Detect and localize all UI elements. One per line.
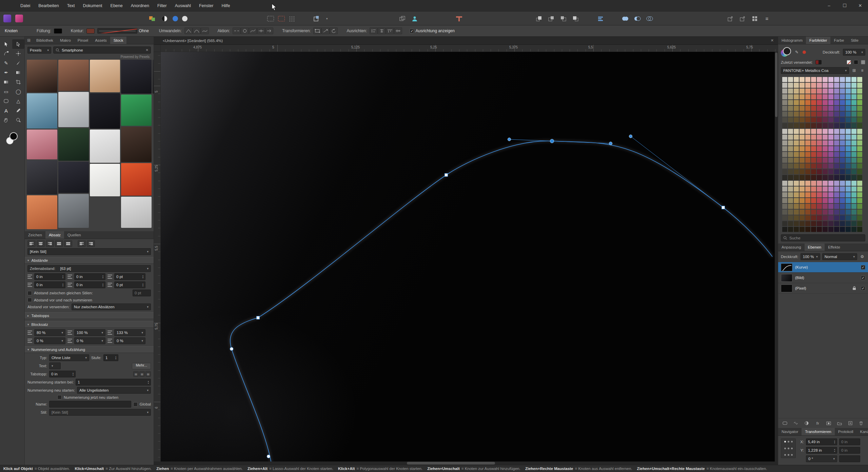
stock-provider-select[interactable]: Pexels▾ [27, 47, 51, 54]
swatch-cell[interactable] [782, 221, 787, 226]
swatch-cell[interactable] [817, 100, 822, 105]
swatch-cell[interactable] [800, 227, 805, 232]
menu-text[interactable]: Text [63, 0, 79, 12]
swatch-cell[interactable] [840, 210, 845, 215]
gray-swatch[interactable] [861, 60, 865, 64]
swatch-cell[interactable] [788, 158, 793, 163]
swatch-cell[interactable] [823, 163, 828, 169]
align-center-button[interactable] [37, 240, 45, 247]
designer-persona-icon[interactable] [3, 15, 11, 22]
swatch-cell[interactable] [794, 106, 799, 111]
swatch-cell[interactable] [851, 175, 856, 180]
section-abstaende[interactable]: ▾Abstände [25, 257, 154, 264]
swatch-cell[interactable] [846, 123, 851, 128]
rotation-select[interactable]: 0 °▾ [806, 455, 837, 462]
swatch-cell[interactable] [828, 158, 833, 163]
swatch-cell[interactable] [794, 140, 799, 145]
auto-contrast-icon[interactable] [160, 15, 169, 23]
stock-photo-thumbnail[interactable] [90, 130, 120, 163]
stroke-style-preview[interactable] [97, 28, 137, 34]
swatch-cell[interactable] [811, 83, 816, 88]
word-spacing-max-select[interactable]: 133 %▾ [114, 329, 145, 336]
numbering-name-field[interactable] [49, 401, 131, 408]
swatch-cell[interactable] [857, 192, 862, 197]
transform-scale-icon[interactable] [321, 27, 330, 34]
text-tool[interactable]: A [0, 106, 12, 115]
swatch-cell[interactable] [828, 215, 833, 220]
grid-view-icon[interactable] [751, 15, 759, 23]
swatch-cell[interactable] [857, 186, 862, 192]
swatch-cell[interactable] [834, 135, 839, 140]
numbering-text-select[interactable]: ▾ [49, 362, 61, 369]
zoom-tool[interactable] [12, 115, 24, 125]
align-top-n-icon[interactable] [386, 27, 394, 34]
move-forward-icon[interactable] [547, 15, 555, 23]
swatch-cell[interactable] [840, 152, 845, 157]
swatch-cell[interactable] [788, 163, 793, 169]
swatch-cell[interactable] [857, 221, 862, 226]
swatch-cell[interactable] [846, 198, 851, 203]
swatch-cell[interactable] [834, 88, 839, 94]
black-swatch[interactable] [854, 60, 858, 64]
auto-levels-icon[interactable] [182, 16, 188, 21]
swatch-cell[interactable] [800, 186, 805, 192]
swatch-cell[interactable] [817, 169, 822, 174]
join-curves-icon[interactable] [257, 27, 265, 34]
swatch-cell[interactable] [851, 129, 856, 134]
lock-icon[interactable] [852, 286, 856, 290]
swatch-cell[interactable] [805, 169, 810, 174]
swatch-cell[interactable] [851, 158, 856, 163]
menu-hilfe[interactable]: Hilfe [217, 0, 234, 12]
swatch-cell[interactable] [782, 215, 787, 220]
pixel-persona-icon[interactable] [15, 15, 23, 22]
swatch-cell[interactable] [794, 221, 799, 226]
swatch-cell[interactable] [805, 117, 810, 122]
swatch-cell[interactable] [851, 94, 856, 99]
swatch-cell[interactable] [788, 192, 793, 197]
swatch-cell[interactable] [782, 192, 787, 197]
swatch-cell[interactable] [823, 129, 828, 134]
swatch-cell[interactable] [851, 106, 856, 111]
stock-photo-thumbnail[interactable] [27, 93, 57, 129]
swatch-cell[interactable] [794, 100, 799, 105]
swatch-cell[interactable] [851, 123, 856, 128]
swatch-cell[interactable] [857, 88, 862, 94]
layer-row-kurve[interactable]: (Kurve) [778, 262, 868, 273]
swatch-cell[interactable] [823, 158, 828, 163]
align-center-n-icon[interactable] [378, 27, 386, 34]
stock-photo-thumbnail[interactable] [58, 128, 89, 161]
view-tool[interactable] [0, 115, 12, 125]
swatch-cell[interactable] [828, 94, 833, 99]
swatch-cell[interactable] [834, 117, 839, 122]
vertical-scrollbar[interactable] [775, 52, 778, 461]
stock-photo-thumbnail[interactable] [58, 92, 89, 127]
swatch-cell[interactable] [840, 204, 845, 209]
stock-photo-thumbnail[interactable] [27, 130, 57, 159]
tab-quellen[interactable]: Quellen [64, 231, 84, 239]
swatch-cell[interactable] [834, 140, 839, 145]
numbering-type-select[interactable]: Ohne Liste▾ [49, 354, 89, 361]
swatch-cell[interactable] [846, 117, 851, 122]
swatch-cell[interactable] [828, 204, 833, 209]
swatch-cell[interactable] [828, 88, 833, 94]
smooth-curve-icon[interactable] [249, 27, 257, 34]
transparency-tool[interactable] [0, 77, 12, 87]
swatch-cell[interactable] [811, 152, 816, 157]
swatch-cell[interactable] [811, 112, 816, 117]
layer-visibility-checkbox[interactable] [861, 265, 865, 270]
swatch-cell[interactable] [840, 100, 845, 105]
swatch-cell[interactable] [794, 158, 799, 163]
swatch-cell[interactable] [817, 221, 822, 226]
delete-layer-icon[interactable] [858, 420, 865, 427]
swatch-cell[interactable] [800, 88, 805, 94]
swatch-cell[interactable] [857, 169, 862, 174]
global-checkbox[interactable] [133, 402, 138, 407]
swatch-cell[interactable] [851, 169, 856, 174]
swatch-cell[interactable] [834, 112, 839, 117]
swatch-cell[interactable] [817, 192, 822, 197]
swatch-cell[interactable] [811, 169, 816, 174]
swatch-cell[interactable] [823, 227, 828, 232]
swatch-cell[interactable] [823, 175, 828, 180]
swatch-cell[interactable] [823, 221, 828, 226]
swatch-cell[interactable] [811, 106, 816, 111]
